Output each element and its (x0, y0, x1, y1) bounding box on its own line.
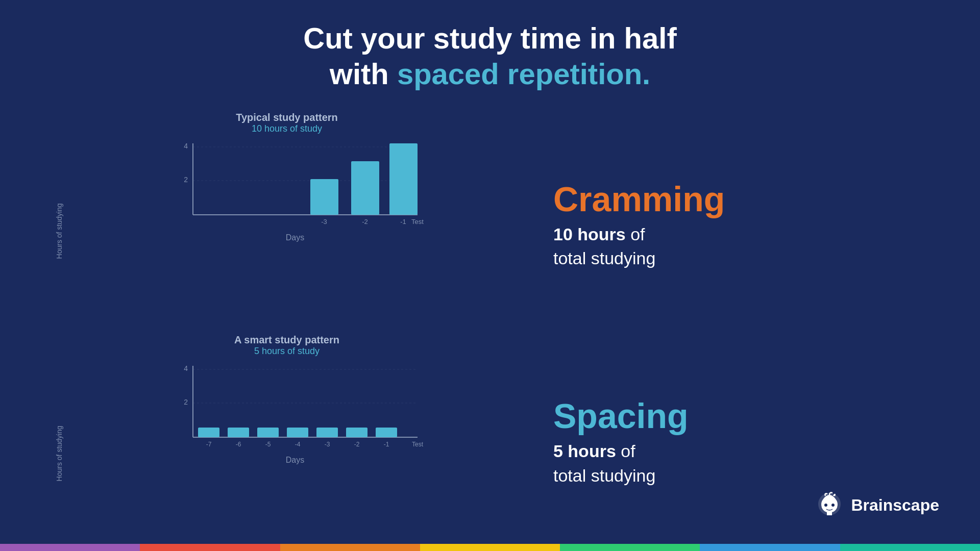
cramming-svg: 4 2 (67, 138, 523, 230)
charts-section: Typical study pattern 10 hours of study … (41, 107, 939, 551)
svg-text:-2: -2 (354, 441, 360, 448)
cramming-label: Cramming (553, 180, 939, 218)
spacing-chart-title-block: A smart study pattern 5 hours of study (51, 334, 523, 357)
title-line2-plain: with (330, 57, 397, 90)
spacing-svg: 4 2 (67, 361, 523, 453)
cramming-bar-3 (389, 143, 418, 215)
spacing-y-label: Hours of studying (51, 361, 67, 546)
brainscape-icon (814, 490, 845, 520)
spacing-bar-7 (376, 428, 397, 437)
svg-text:Test: Test (412, 441, 424, 448)
svg-text:-1: -1 (400, 218, 406, 226)
bottom-bar (0, 544, 980, 551)
charts-right: Cramming 10 hours oftotal studying Spaci… (523, 107, 939, 551)
cramming-desc: 10 hours oftotal studying (553, 222, 939, 271)
title-line2: with spaced repetition. (303, 56, 677, 92)
cramming-chart-subtitle: 10 hours of study (51, 123, 523, 134)
bottom-bar-teal (840, 544, 980, 551)
svg-text:-1: -1 (384, 441, 389, 448)
svg-text:4: 4 (184, 142, 188, 150)
cramming-chart-area: 4 2 (67, 138, 523, 323)
spacing-desc: 5 hours oftotal studying (553, 439, 939, 488)
svg-point-25 (824, 504, 827, 507)
spacing-chart-subtitle: 5 hours of study (51, 346, 523, 357)
svg-text:2: 2 (184, 176, 188, 184)
bottom-bar-orange (280, 544, 420, 551)
bottom-bar-yellow (420, 544, 560, 551)
charts-left: Typical study pattern 10 hours of study … (41, 107, 523, 551)
cramming-bar-2 (351, 161, 379, 215)
brainscape-logo: Brainscape (814, 490, 939, 520)
brainscape-name: Brainscape (851, 496, 939, 515)
cramming-chart-wrapper: Hours of studying 4 2 (51, 138, 523, 323)
title-highlight: spaced repetition. (397, 57, 650, 90)
bottom-bar-blue (700, 544, 840, 551)
svg-text:-3: -3 (325, 441, 330, 448)
svg-text:-5: -5 (265, 441, 271, 448)
svg-text:-4: -4 (295, 441, 301, 448)
svg-point-26 (831, 504, 835, 507)
spacing-hours: 5 hours (553, 441, 616, 461)
spacing-chart-title: A smart study pattern (51, 334, 523, 346)
cramming-chart-title: Typical study pattern (51, 112, 523, 123)
cramming-chart-title-block: Typical study pattern 10 hours of study (51, 112, 523, 134)
svg-text:-6: -6 (236, 441, 241, 448)
bottom-bar-green (560, 544, 700, 551)
bottom-bar-purple (0, 544, 140, 551)
svg-text:Test: Test (411, 218, 424, 226)
svg-text:4: 4 (184, 364, 188, 372)
svg-text:-3: -3 (321, 218, 327, 226)
spacing-bar-5 (316, 428, 338, 437)
bottom-bar-red (140, 544, 280, 551)
svg-text:-7: -7 (206, 441, 212, 448)
svg-text:-2: -2 (362, 218, 368, 226)
spacing-label: Spacing (553, 397, 939, 435)
cramming-chart-container: Typical study pattern 10 hours of study … (51, 107, 523, 329)
spacing-x-label: Days (67, 456, 523, 465)
main-content: Cut your study time in half with spaced … (0, 0, 980, 551)
spacing-chart-wrapper: Hours of studying 4 2 (51, 361, 523, 546)
cramming-info-block: Cramming 10 hours oftotal studying (553, 117, 939, 334)
cramming-x-label: Days (67, 233, 523, 242)
cramming-y-label: Hours of studying (51, 138, 67, 323)
svg-text:2: 2 (184, 398, 188, 406)
spacing-bar-1 (198, 428, 219, 437)
spacing-bar-3 (257, 428, 279, 437)
spacing-bar-6 (346, 428, 368, 437)
title-block: Cut your study time in half with spaced … (303, 20, 677, 91)
spacing-bar-4 (287, 428, 308, 437)
spacing-chart-area: 4 2 (67, 361, 523, 546)
title-line1: Cut your study time in half (303, 20, 677, 56)
spacing-bar-2 (228, 428, 249, 437)
cramming-hours: 10 hours (553, 224, 626, 244)
cramming-bar-1 (310, 179, 338, 215)
spacing-chart-container: A smart study pattern 5 hours of study H… (51, 329, 523, 551)
